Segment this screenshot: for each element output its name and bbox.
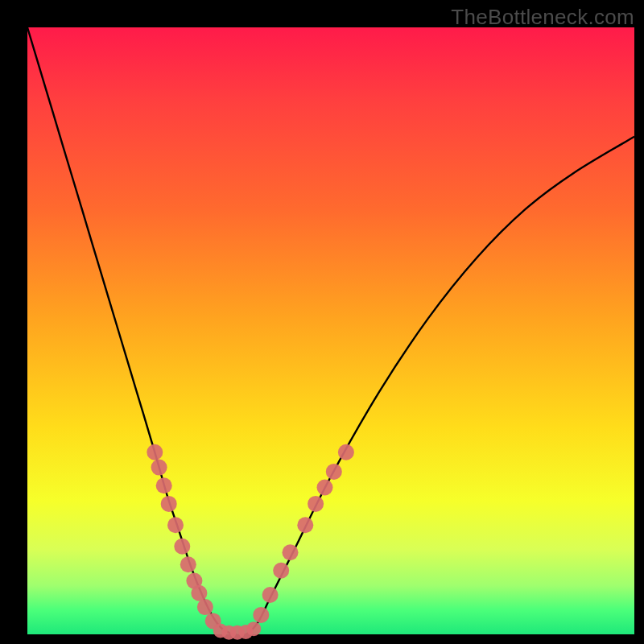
curve-marker [191, 585, 207, 601]
curve-marker [308, 496, 324, 512]
chart-frame: TheBottleneck.com [0, 0, 644, 644]
curve-marker [317, 480, 333, 496]
curve-marker [180, 556, 196, 572]
curve-marker [338, 444, 354, 460]
markers-left-branch [147, 444, 221, 630]
curve-marker [246, 621, 261, 636]
curve-marker [161, 496, 177, 512]
curve-marker [262, 587, 279, 603]
markers-valley [213, 621, 261, 640]
bottleneck-curve [27, 27, 634, 635]
curve-marker [167, 517, 184, 533]
curve-marker [253, 607, 269, 623]
markers-right-branch [253, 444, 354, 623]
curve-marker [326, 464, 342, 480]
curve-marker [151, 460, 167, 476]
watermark-label: TheBottleneck.com [451, 5, 634, 30]
curve-marker [273, 563, 289, 579]
plot-area [27, 27, 634, 634]
curve-marker [197, 599, 213, 615]
curve-marker [297, 517, 313, 533]
curve-marker [147, 444, 163, 460]
curve-marker [174, 539, 190, 555]
curve-marker [283, 544, 299, 560]
curve-svg [27, 27, 634, 634]
curve-marker [156, 477, 172, 493]
